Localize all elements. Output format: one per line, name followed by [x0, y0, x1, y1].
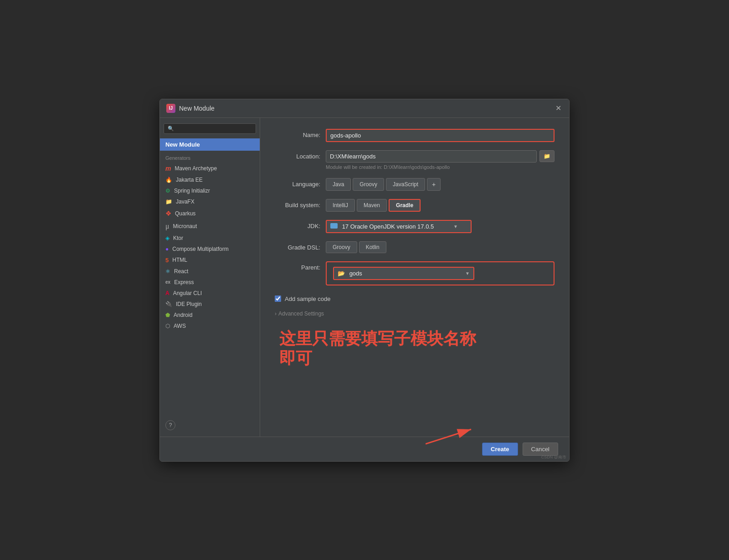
language-label: Language:: [275, 178, 320, 188]
language-control: Java Groovy JavaScript +: [326, 178, 554, 191]
gradle-dsl-row: Gradle DSL: Groovy Kotlin: [275, 241, 554, 253]
ktor-icon: ◈: [165, 235, 169, 241]
add-sample-code-row: Add sample code: [275, 295, 554, 302]
location-row: Location: 📁 Module will be created in: D…: [275, 150, 554, 170]
dialog-footer: Create Cancel CSDN @南市: [160, 437, 569, 461]
sidebar-item-react[interactable]: ⚛ React: [160, 266, 260, 277]
title-bar-left: IJ New Module: [166, 104, 215, 113]
sidebar-item-ide-plugin[interactable]: 🔌 IDE Plugin: [160, 299, 260, 310]
parent-label: Parent:: [275, 261, 320, 271]
jdk-row: JDK: 17 Oracle OpenJDK version 17.0.5 ▼: [275, 220, 554, 233]
sidebar-item-micronaut[interactable]: μ Micronaut: [160, 220, 260, 233]
add-sample-code-checkbox[interactable]: [275, 295, 281, 302]
parent-value: gods: [349, 270, 362, 277]
aws-icon: ⬡: [165, 323, 170, 329]
folder-browse-button[interactable]: 📁: [539, 150, 554, 162]
sidebar-item-label: Ktor: [173, 235, 183, 241]
javafx-icon: 📁: [165, 199, 172, 205]
build-system-control: IntelliJ Maven Gradle: [326, 199, 554, 212]
language-javascript-button[interactable]: JavaScript: [386, 178, 425, 191]
sidebar-item-label: JavaFX: [176, 199, 195, 205]
sidebar-item-label: Spring Initializr: [174, 188, 210, 194]
cancel-button[interactable]: Cancel: [523, 443, 558, 456]
close-button[interactable]: ✕: [554, 104, 563, 113]
generators-label: Generators: [160, 151, 260, 163]
location-input[interactable]: [326, 150, 537, 163]
build-gradle-button[interactable]: Gradle: [389, 199, 421, 212]
angular-icon: A: [165, 290, 169, 296]
gradle-dsl-groovy-button[interactable]: Groovy: [326, 241, 357, 253]
location-label: Location:: [275, 150, 320, 160]
chevron-right-icon: ›: [275, 311, 277, 317]
create-button[interactable]: Create: [482, 443, 518, 456]
sidebar-item-new-module[interactable]: New Module: [160, 138, 260, 151]
sidebar-item-ktor[interactable]: ◈ Ktor: [160, 233, 260, 244]
watermark: CSDN @南市: [541, 454, 566, 460]
advanced-settings-link[interactable]: › Advanced Settings: [275, 311, 554, 317]
sidebar-item-label: AWS: [174, 323, 186, 329]
add-sample-code-label[interactable]: Add sample code: [285, 295, 330, 302]
language-java-button[interactable]: Java: [326, 178, 351, 191]
sidebar-item-android[interactable]: ⬟ Android: [160, 310, 260, 321]
android-icon: ⬟: [165, 312, 170, 318]
build-intellij-button[interactable]: IntelliJ: [326, 199, 355, 212]
jdk-dropdown[interactable]: 17 Oracle OpenJDK version 17.0.5 ▼: [326, 220, 472, 233]
jakarta-icon: 🔥: [165, 177, 172, 183]
sidebar-item-label: Quarkus: [175, 210, 195, 217]
title-bar: IJ New Module ✕: [160, 99, 569, 118]
sidebar-item-express[interactable]: ex Express: [160, 277, 260, 288]
gradle-dsl-label: Gradle DSL:: [275, 241, 320, 251]
search-box[interactable]: 🔍: [164, 123, 256, 134]
name-control: [326, 129, 554, 142]
micronaut-icon: μ: [165, 222, 169, 230]
main-content: Name: Location: 📁 Module will be created…: [260, 118, 569, 437]
sidebar-item-label: IDE Plugin: [176, 301, 202, 307]
advanced-settings-label: Advanced Settings: [278, 311, 324, 317]
sidebar-item-quarkus[interactable]: ❖ Quarkus: [160, 207, 260, 220]
parent-dropdown[interactable]: 📂 gods ▼: [333, 267, 474, 280]
quarkus-icon: ❖: [165, 209, 171, 218]
language-row: Language: Java Groovy JavaScript +: [275, 178, 554, 191]
gradle-dsl-kotlin-button[interactable]: Kotlin: [359, 241, 386, 253]
sidebar-item-compose-multiplatform[interactable]: ● Compose Multiplatform: [160, 244, 260, 255]
name-row: Name:: [275, 129, 554, 142]
gradle-dsl-button-group: Groovy Kotlin: [326, 241, 554, 253]
parent-box: 📂 gods ▼: [326, 261, 554, 285]
parent-control: 📂 gods ▼: [326, 261, 554, 285]
annotation-line1: 这里只需要填写子模块名称: [279, 329, 554, 348]
sidebar-item-aws[interactable]: ⬡ AWS: [160, 321, 260, 331]
new-module-dialog: IJ New Module ✕ 🔍 New Module Generators …: [159, 99, 570, 462]
build-maven-button[interactable]: Maven: [357, 199, 387, 212]
sidebar-item-jakarta-ee[interactable]: 🔥 Jakarta EE: [160, 174, 260, 185]
jdk-dropdown-arrow: ▼: [453, 224, 458, 229]
sidebar: 🔍 New Module Generators m Maven Archetyp…: [160, 118, 260, 437]
location-hint: Module will be created in: D:\XM\learn\g…: [326, 164, 554, 170]
sidebar-item-label: Android: [174, 312, 192, 318]
express-icon: ex: [165, 280, 170, 285]
annotation-line2: 即可: [279, 348, 554, 368]
parent-dropdown-arrow: ▼: [465, 271, 470, 276]
sidebar-bottom: ?: [160, 417, 260, 434]
sidebar-item-label: Maven Archetype: [175, 165, 217, 172]
sidebar-item-label: Angular CLI: [173, 290, 202, 296]
name-input[interactable]: [326, 129, 554, 142]
add-language-button[interactable]: +: [427, 178, 441, 191]
compose-icon: ●: [165, 246, 169, 252]
dialog-body: 🔍 New Module Generators m Maven Archetyp…: [160, 118, 569, 437]
sidebar-item-label: Express: [174, 279, 194, 285]
app-icon: IJ: [166, 104, 175, 113]
language-groovy-button[interactable]: Groovy: [353, 178, 384, 191]
jdk-value: 17 Oracle OpenJDK version 17.0.5: [342, 223, 434, 230]
parent-row: Parent: 📂 gods ▼: [275, 261, 554, 285]
sidebar-item-maven-archetype[interactable]: m Maven Archetype: [160, 163, 260, 174]
maven-icon: m: [165, 165, 171, 172]
help-button[interactable]: ?: [165, 420, 175, 430]
react-icon: ⚛: [165, 268, 170, 275]
build-system-button-group: IntelliJ Maven Gradle: [326, 199, 554, 212]
sidebar-item-javafx[interactable]: 📁 JavaFX: [160, 196, 260, 207]
sidebar-item-spring-initializr[interactable]: ⚙ Spring Initializr: [160, 185, 260, 196]
gradle-dsl-control: Groovy Kotlin: [326, 241, 554, 253]
arrow-annotation: [426, 426, 480, 448]
sidebar-item-html[interactable]: 5 HTML: [160, 255, 260, 266]
sidebar-item-angular-cli[interactable]: A Angular CLI: [160, 288, 260, 299]
